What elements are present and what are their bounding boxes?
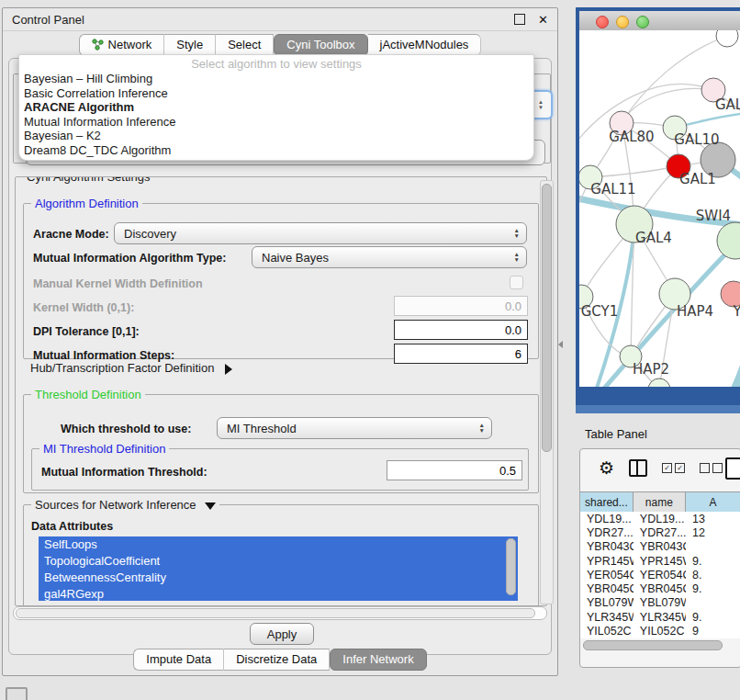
- close-traffic-light-icon[interactable]: [596, 16, 609, 28]
- table-row[interactable]: YBR043CYBR043C: [580, 540, 740, 554]
- mi-algorithm-type-combobox[interactable]: Naive Bayes ▲▼: [252, 246, 527, 268]
- tab-network[interactable]: Network: [79, 34, 165, 56]
- columns-icon[interactable]: [629, 459, 647, 477]
- dpi-tolerance-input[interactable]: [394, 320, 528, 340]
- table-cell: 9.: [686, 582, 740, 595]
- mi-threshold-input[interactable]: [387, 460, 522, 480]
- minimized-panel-icon[interactable]: [6, 687, 28, 700]
- deselect-all-checkboxes-icon[interactable]: [700, 463, 723, 473]
- aracne-mode-combobox[interactable]: Discovery ▲▼: [114, 222, 527, 244]
- table-cell: 8.: [686, 569, 740, 581]
- table-cell: YDL19...: [580, 513, 633, 525]
- table-cell: YLR345W: [580, 611, 633, 624]
- algorithm-popup-placeholder: Select algorithm to view settings: [19, 57, 533, 72]
- mi-steps-input[interactable]: [394, 344, 528, 364]
- table-row[interactable]: YBL079WYBL079W: [580, 596, 740, 610]
- node-label: GAL80: [609, 129, 654, 145]
- table-cell: 9: [686, 625, 740, 638]
- hub-factor-section[interactable]: Hub/Transcription Factor Definition: [30, 361, 232, 375]
- attribute-item[interactable]: SelfLoops: [39, 536, 518, 553]
- tab-impute-data[interactable]: Impute Data: [133, 649, 224, 671]
- infer-network-tab-content: ▲▼ Select algorithm to view settings Bay…: [8, 58, 552, 655]
- algorithm-dropdown-popup: Select algorithm to view settings Bayesi…: [18, 54, 534, 161]
- mi-algorithm-type-value: Naive Bayes: [262, 251, 329, 265]
- table-cell: YIL052C: [580, 625, 633, 638]
- table-row[interactable]: YLR345WYLR345W9.: [580, 610, 740, 624]
- node-label: HAP4: [677, 303, 713, 320]
- tab-select[interactable]: Select: [216, 34, 274, 56]
- algorithm-definition-title: Algorithm Definition: [31, 197, 142, 210]
- table-horizontal-scrollbar[interactable]: [583, 640, 723, 650]
- attributes-scrollbar[interactable]: [506, 538, 516, 595]
- table-row[interactable]: YIL052CYIL052C9: [580, 624, 740, 638]
- apply-button[interactable]: Apply: [250, 623, 314, 645]
- collapsed-arrow-icon[interactable]: [225, 364, 232, 375]
- network-window-titlebar[interactable]: [579, 11, 740, 31]
- manual-kernel-label: Manual Kernel Width Definition: [33, 277, 203, 290]
- algorithm-option[interactable]: Mutual Information Inference: [19, 115, 533, 130]
- column-header[interactable]: name: [633, 492, 686, 512]
- float-icon[interactable]: [514, 14, 525, 25]
- tab-infer-network[interactable]: Infer Network: [330, 649, 426, 671]
- gear-icon[interactable]: ⚙: [599, 457, 614, 479]
- algorithm-option[interactable]: ARACNE Algorithm: [19, 100, 533, 115]
- tab-jactivemnodules[interactable]: jActiveMNodules: [368, 34, 482, 56]
- network-edge[interactable]: [715, 354, 740, 387]
- algorithm-option[interactable]: Bayesian – Hill Climbing: [19, 72, 533, 86]
- threshold-definition-title: Threshold Definition: [31, 388, 145, 401]
- threshold-definition-group: Threshold Definition Which threshold to …: [23, 394, 539, 493]
- which-threshold-combobox[interactable]: MI Threshold ▲▼: [217, 417, 492, 439]
- select-all-checkboxes-icon[interactable]: ✓✓: [662, 463, 685, 473]
- attribute-item[interactable]: BetweennessCentrality: [39, 570, 518, 586]
- table-row[interactable]: YER054CYER054C8.: [580, 568, 740, 581]
- settings-horizontal-scrollbar[interactable]: [13, 606, 547, 620]
- data-attributes-list[interactable]: SelfLoopsTopologicalCoefficientBetweenne…: [39, 536, 518, 601]
- algorithm-definition-group: Algorithm Definition Aracne Mode: Discov…: [23, 203, 539, 359]
- zoom-traffic-light-icon[interactable]: [636, 16, 649, 28]
- table-cell: 13: [686, 513, 740, 525]
- column-header[interactable]: shared...: [580, 492, 633, 512]
- minimize-traffic-light-icon[interactable]: [616, 16, 629, 28]
- mi-steps-label: Mutual Information Steps:: [33, 349, 174, 362]
- network-node[interactable]: [648, 378, 670, 387]
- tab-cyni-toolbox[interactable]: Cyni Toolbox: [274, 34, 367, 56]
- close-icon[interactable]: ✕: [538, 13, 548, 27]
- algorithm-option[interactable]: Basic Correlation Inference: [19, 86, 533, 101]
- manual-kernel-checkbox[interactable]: [510, 276, 523, 289]
- network-node-swi4[interactable]: [717, 222, 740, 259]
- aracne-mode-value: Discovery: [124, 227, 176, 241]
- network-edge[interactable]: [590, 166, 678, 177]
- table-row[interactable]: YBR045CYBR045C9.: [580, 581, 740, 595]
- column-header[interactable]: A: [686, 492, 740, 512]
- node-label: Y: [732, 303, 740, 320]
- algorithm-option[interactable]: Bayesian – K2: [19, 129, 533, 143]
- data-attributes-label: Data Attributes: [31, 520, 113, 533]
- kernel-width-input[interactable]: [394, 296, 528, 316]
- new-table-icon[interactable]: [725, 457, 740, 480]
- table-row[interactable]: YDL19...YDL19...13: [580, 512, 740, 525]
- tab-style[interactable]: Style: [164, 34, 216, 56]
- network-node[interactable]: [716, 30, 738, 47]
- expanded-arrow-icon[interactable]: [205, 502, 216, 510]
- table-cell: YIL052C: [633, 625, 686, 638]
- tab-discretize-data[interactable]: Discretize Data: [224, 649, 330, 671]
- chevron-updown-icon: ▲▼: [479, 423, 485, 434]
- table-cell: YLR345W: [633, 611, 686, 624]
- table-row[interactable]: YPR145WYPR145W9.: [580, 554, 740, 568]
- settings-vertical-scrollbar[interactable]: [540, 180, 554, 604]
- attribute-item[interactable]: TopologicalCoefficient: [39, 553, 518, 570]
- table-row[interactable]: YDR27...YDR27...12: [580, 525, 740, 539]
- chevron-updown-icon: ▲▼: [514, 252, 520, 263]
- node-label: GAL10: [674, 131, 719, 148]
- sources-group-title: Sources for Network Inference: [31, 498, 219, 512]
- table-cell: YDR27...: [580, 526, 633, 539]
- node-label: HAP2: [633, 361, 669, 378]
- attribute-item[interactable]: gal4RGexp: [39, 586, 518, 601]
- table-rows: YDL19...YDL19...13YDR27...YDR27...12YBR0…: [580, 512, 740, 638]
- table-cell: YBR043C: [580, 540, 633, 553]
- network-canvas[interactable]: GALGAL80GAL10GAL1GAL11SWI4GAL4GCY1HAP4YH…: [579, 30, 740, 387]
- algorithm-option[interactable]: Dream8 DC_TDC Algorithm: [19, 143, 533, 158]
- panel-splitter-handle[interactable]: [558, 341, 563, 348]
- table-cell: YBR045C: [633, 582, 686, 595]
- node-label: SWI4: [696, 208, 731, 224]
